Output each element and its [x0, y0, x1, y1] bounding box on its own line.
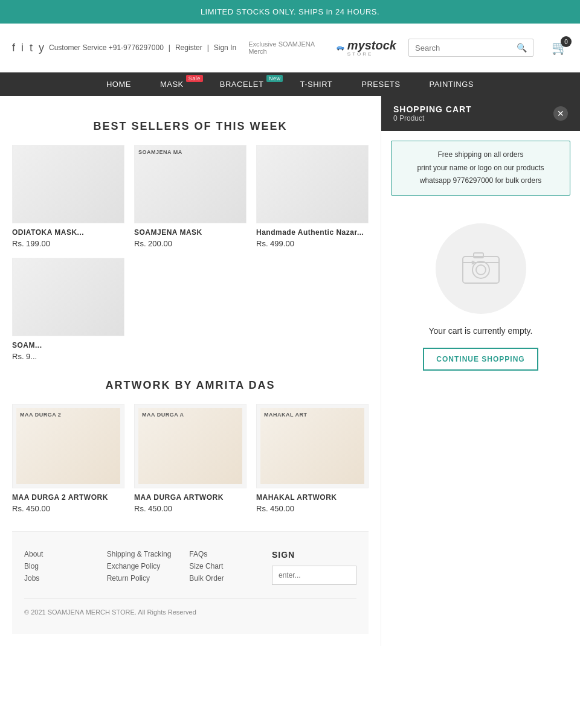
best-sellers-grid: ODIATOKA MASK... Rs. 199.00 SOAMJENA MA …: [12, 145, 369, 361]
cart-product-count: 0 Product: [393, 114, 472, 123]
artwork-price-0: Rs. 450.00: [12, 504, 124, 513]
svg-point-4: [338, 49, 338, 50]
nav-presets[interactable]: PRESETS: [347, 72, 414, 96]
new-badge: New: [266, 75, 283, 82]
artwork-title: ARTWORK BY AMRITA DAS: [12, 379, 369, 392]
svg-point-5: [342, 49, 343, 50]
artwork-card-0[interactable]: MAA DURGA 2 MAA DURGA 2 ARTWORK Rs. 450.…: [12, 404, 124, 513]
nav-home[interactable]: HOME: [92, 72, 146, 96]
cart-info-line-2: print your name or logo on our products: [404, 162, 558, 175]
announcement-bar: LIMITED STOCKS ONLY. SHIPS in 24 HOURS.: [0, 0, 580, 24]
product-card-1[interactable]: SOAMJENA MA SOAMJENA MASK Rs. 200.00: [134, 145, 246, 248]
search-area[interactable]: 🔍: [408, 39, 533, 57]
product-card-2[interactable]: Handmade Authentic Nazar... Rs. 499.00: [256, 145, 369, 248]
product-card-0[interactable]: ODIATOKA MASK... Rs. 199.00: [12, 145, 124, 248]
footer-col-1: About Blog Jobs: [24, 550, 95, 586]
footer-blog[interactable]: Blog: [24, 562, 95, 570]
logo-sub: STORE: [347, 51, 396, 57]
footer-return[interactable]: Return Policy: [107, 574, 178, 583]
nav-paintings[interactable]: PAINTINGS: [414, 72, 488, 96]
announcement-text: LIMITED STOCKS ONLY. SHIPS in 24 HOURS.: [201, 7, 379, 16]
separator2: |: [207, 43, 209, 52]
cart-header: SHOPPING CART 0 Product ✕: [381, 96, 580, 131]
sale-badge: Sale: [186, 75, 203, 82]
logo-area: Exclusive SOAMJENA Merch mystock STORE: [248, 30, 396, 66]
footer-col-2: Shipping & Tracking Exchange Policy Retu…: [107, 550, 178, 586]
product-name-0: ODIATOKA MASK...: [12, 228, 124, 237]
logo-tagline: Exclusive SOAMJENA Merch: [248, 40, 329, 55]
footer-faqs[interactable]: FAQs: [189, 550, 260, 558]
logo[interactable]: mystock STORE: [336, 30, 396, 66]
product-price-0: Rs. 199.00: [12, 239, 124, 248]
cart-info-line-1: Free shipping on all orders: [404, 148, 558, 162]
best-sellers-title: BEST SELLERS OF THIS WEEK: [12, 120, 369, 133]
cart-info-box: Free shipping on all orders print your n…: [391, 141, 570, 196]
artwork-card-1[interactable]: MAA DURGA A MAA DURGA ARTWORK Rs. 450.00: [134, 404, 246, 513]
footer-about[interactable]: About: [24, 550, 95, 558]
artwork-image-2: MAHAKAL ART: [256, 404, 369, 488]
separator: |: [169, 43, 170, 52]
header: f i t y Customer Service +91-9776297000 …: [0, 24, 580, 72]
footer-exchange[interactable]: Exchange Policy: [107, 562, 178, 570]
product-image-1: SOAMJENA MA: [134, 145, 246, 223]
customer-service: Customer Service +91-9776297000: [49, 43, 164, 52]
cart-count: 0: [561, 36, 572, 47]
main-nav: HOME MASK Sale BRACELET New T-SHIRT PRES…: [0, 72, 580, 96]
register-link[interactable]: Register: [175, 43, 202, 52]
footer-col-4: SIGN: [272, 550, 356, 586]
footer-copyright: © 2021 SOAMJENA MERCH STORE. All Rights …: [24, 598, 356, 616]
artwork-price-2: Rs. 450.00: [256, 504, 369, 513]
product-price-1: Rs. 200.00: [134, 239, 246, 248]
artwork-image-0: MAA DURGA 2: [12, 404, 124, 488]
cart-close-button[interactable]: ✕: [553, 106, 568, 121]
cart-panel: SHOPPING CART 0 Product ✕ Free shipping …: [381, 96, 580, 646]
nav-mask[interactable]: MASK Sale: [146, 72, 205, 96]
artwork-name-2: MAHAKAL ARTWORK: [256, 493, 369, 502]
copyright-text: © 2021 SOAMJENA MERCH STORE. All Rights …: [24, 608, 196, 616]
youtube-icon[interactable]: y: [39, 42, 44, 54]
product-image-2: [256, 145, 369, 223]
svg-point-10: [476, 265, 486, 275]
cart-title: SHOPPING CART: [393, 104, 472, 114]
social-icons: f i t y: [12, 42, 44, 54]
product-card-3[interactable]: SOAM... Rs. 9...: [12, 258, 124, 361]
nav-tshirt[interactable]: T-SHIRT: [285, 72, 347, 96]
svg-rect-8: [463, 257, 499, 283]
search-input[interactable]: [415, 43, 517, 53]
svg-rect-7: [339, 46, 341, 48]
shop-section: BEST SELLERS OF THIS WEEK ODIATOKA MASK.…: [0, 96, 381, 646]
footer-signup-heading: SIGN: [272, 550, 356, 560]
product-label-1: SOAMJENA MA: [138, 149, 182, 155]
logo-text: mystock: [347, 39, 396, 51]
svg-point-9: [472, 261, 489, 278]
search-icon[interactable]: 🔍: [517, 43, 527, 53]
header-left: f i t y Customer Service +91-9776297000 …: [12, 42, 236, 54]
cart-empty-area: Your cart is currently empty. CONTINUE S…: [381, 205, 580, 389]
artwork-grid: MAA DURGA 2 MAA DURGA 2 ARTWORK Rs. 450.…: [12, 404, 369, 513]
facebook-icon[interactable]: f: [12, 42, 15, 54]
artwork-name-0: MAA DURGA 2 ARTWORK: [12, 493, 124, 502]
cart-empty-text: Your cart is currently empty.: [429, 326, 533, 336]
footer-col-3: FAQs Size Chart Bulk Order: [189, 550, 260, 586]
footer-jobs[interactable]: Jobs: [24, 574, 95, 583]
footer-shipping[interactable]: Shipping & Tracking: [107, 550, 178, 558]
cart-button[interactable]: 🛒 0: [552, 40, 568, 56]
product-price-3: Rs. 9...: [12, 352, 124, 361]
product-image-3: [12, 258, 124, 336]
instagram-icon[interactable]: i: [21, 42, 24, 54]
main-content: BEST SELLERS OF THIS WEEK ODIATOKA MASK.…: [0, 96, 580, 646]
twitter-icon[interactable]: t: [30, 42, 33, 54]
footer-size-chart[interactable]: Size Chart: [189, 562, 260, 570]
footer-email-input[interactable]: [272, 566, 356, 585]
artwork-label-0: MAA DURGA 2: [20, 412, 61, 418]
footer-bulk-order[interactable]: Bulk Order: [189, 574, 260, 583]
sign-in-link[interactable]: Sign In: [214, 43, 236, 52]
artwork-label-1: MAA DURGA A: [142, 412, 184, 418]
artwork-name-1: MAA DURGA ARTWORK: [134, 493, 246, 502]
artwork-card-2[interactable]: MAHAKAL ART MAHAKAL ARTWORK Rs. 450.00: [256, 404, 369, 513]
footer: About Blog Jobs Shipping & Tracking Exch…: [12, 531, 369, 634]
artwork-price-1: Rs. 450.00: [134, 504, 246, 513]
nav-bracelet[interactable]: BRACELET New: [205, 72, 286, 96]
continue-shopping-button[interactable]: CONTINUE SHOPPING: [423, 348, 538, 371]
product-name-1: SOAMJENA MASK: [134, 228, 246, 237]
